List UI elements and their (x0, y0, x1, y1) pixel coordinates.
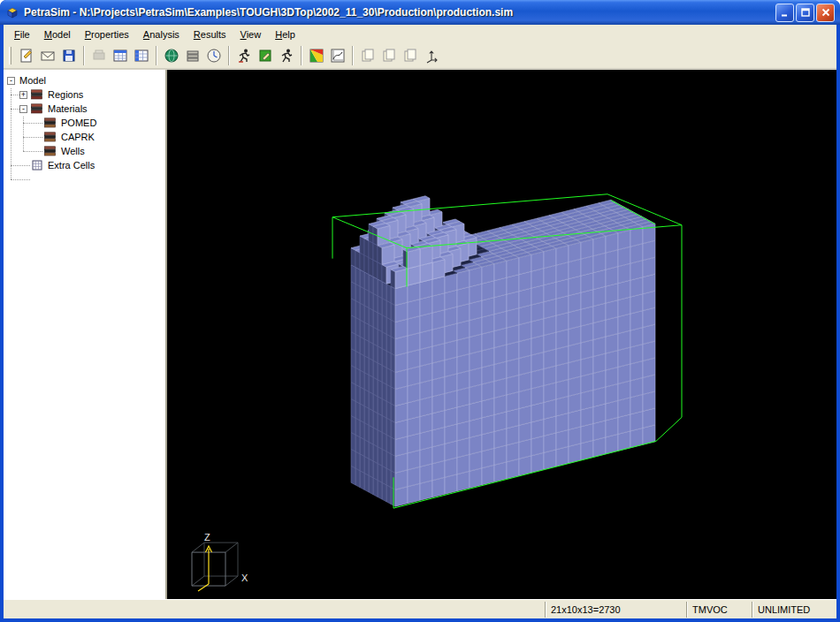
toolbar-separator (156, 46, 157, 65)
tree-label: Regions (48, 89, 83, 100)
orientation-indicator: ZX (192, 532, 248, 591)
tree-guide (11, 179, 30, 180)
menu-analysis[interactable]: Analysis (136, 27, 187, 42)
petrasim-window: PetraSim - N:\Projects\PetraSim\Examples… (0, 0, 840, 622)
menu-results[interactable]: Results (187, 27, 233, 42)
globe-3d-icon[interactable] (161, 45, 182, 66)
cell-history-icon[interactable] (357, 45, 378, 66)
cell-history-icon[interactable] (378, 45, 400, 66)
tree-label: POMED (61, 118, 96, 128)
tree-item-caprk[interactable]: CAPRK (4, 130, 165, 144)
layers-icon[interactable] (182, 45, 203, 66)
menu-file[interactable]: File (7, 27, 37, 42)
tree-item-materials[interactable]: - Materials (4, 102, 165, 116)
mesh-3d-view[interactable]: ZX (167, 70, 836, 599)
status-grid-size: 21x10x13=2730 (545, 602, 686, 618)
menu-view[interactable]: View (233, 27, 269, 42)
extra-cells-icon (32, 160, 43, 171)
cell-history-icon[interactable] (400, 45, 421, 66)
status-message (4, 602, 545, 618)
tree-label: Materials (48, 103, 88, 114)
svg-text:Z: Z (204, 532, 210, 542)
svg-text:X: X (241, 573, 248, 583)
tree-item-extra-cells[interactable]: Extra Cells (4, 158, 165, 172)
layers-icon (31, 89, 43, 100)
tree-item-aquif[interactable]: Wells (4, 144, 165, 158)
run-monitor-icon[interactable] (276, 45, 297, 66)
line-plot-icon[interactable] (327, 45, 348, 66)
material-icon (44, 146, 57, 156)
minimize-button[interactable] (775, 4, 794, 22)
tree-expander-materials[interactable]: - (19, 105, 27, 113)
status-license: UNLIMITED (752, 602, 836, 618)
new-model-icon[interactable] (16, 45, 37, 66)
menu-bar: File Model Properties Analysis Results V… (4, 25, 836, 43)
grid-table-icon[interactable] (110, 45, 131, 66)
print-icon (88, 45, 110, 66)
toolbar-grip[interactable] (9, 47, 11, 64)
tree-label: Wells (61, 146, 85, 156)
tree-item-pomed[interactable]: POMED (4, 116, 165, 130)
tree-item-regions[interactable]: + Regions (4, 87, 165, 102)
tree-label: Model (19, 75, 46, 86)
material-icon (44, 118, 57, 128)
time-steps-icon[interactable] (203, 45, 225, 66)
menu-model[interactable]: Model (37, 27, 78, 42)
menu-help[interactable]: Help (268, 27, 302, 42)
material-icon (44, 132, 57, 142)
window-title: PetraSim - N:\Projects\PetraSim\Examples… (24, 6, 774, 19)
status-eos: TMVOC (686, 602, 752, 618)
toolbar-separator (352, 46, 354, 65)
menu-properties[interactable]: Properties (78, 27, 136, 42)
app-icon (5, 5, 19, 19)
toolbar-separator (83, 46, 85, 65)
status-bar: 21x10x13=2730 TMVOC UNLIMITED (4, 599, 836, 618)
toolbar-separator (301, 46, 302, 65)
toolbar (4, 43, 836, 69)
run-simulation-icon[interactable] (233, 45, 255, 66)
toolbar-separator (228, 46, 230, 65)
tree-label: Extra Cells (48, 160, 95, 171)
cell-table-icon[interactable] (131, 45, 152, 66)
tree-expander-model[interactable]: - (7, 77, 15, 85)
viewport-3d[interactable]: ZX (167, 70, 836, 599)
maximize-button[interactable] (796, 4, 814, 22)
model-tree-panel: - Model + Regions - Materials (4, 70, 167, 599)
contour-plot-icon[interactable] (306, 45, 327, 66)
tree-expander-regions[interactable]: + (19, 91, 27, 99)
title-bar[interactable]: PetraSim - N:\Projects\PetraSim\Examples… (0, 0, 840, 25)
axes-icon[interactable] (421, 45, 442, 66)
edit-parameters-icon[interactable] (255, 45, 276, 66)
open-model-icon[interactable] (37, 45, 58, 66)
close-button[interactable] (816, 4, 835, 22)
save-icon[interactable] (58, 45, 80, 66)
layers-icon (31, 103, 43, 114)
tree-label: CAPRK (61, 132, 95, 142)
tree-item-model[interactable]: - Model (4, 73, 165, 87)
